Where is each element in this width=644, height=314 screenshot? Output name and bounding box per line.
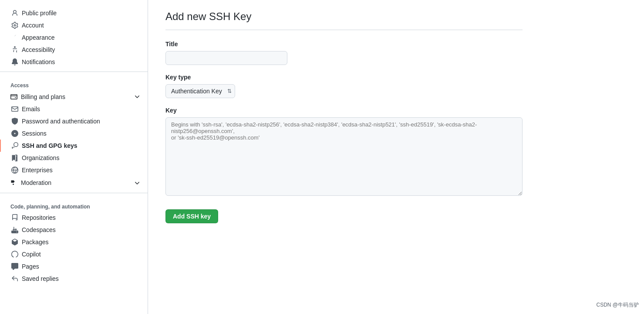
- pages-icon: [11, 263, 18, 270]
- chevron-icon: [134, 93, 141, 100]
- access-section-label: Access: [0, 75, 148, 90]
- sidebar-item-label: Packages: [22, 239, 48, 246]
- shield-icon: [11, 118, 18, 125]
- sidebar-item-copilot[interactable]: Copilot: [0, 248, 148, 260]
- sidebar-item-appearance[interactable]: Appearance: [0, 31, 148, 44]
- creditcard-icon: [10, 93, 17, 100]
- package-icon: [11, 239, 18, 246]
- sidebar-item-label: Notifications: [22, 58, 55, 65]
- repo-icon: [11, 214, 18, 221]
- sidebar-item-label: Sessions: [22, 130, 47, 137]
- sidebar-item-password[interactable]: Password and authentication: [0, 115, 148, 127]
- sidebar-item-label: Codespaces: [22, 226, 56, 233]
- sidebar-item-billing[interactable]: Billing and plans: [0, 90, 148, 103]
- key-group: Key: [165, 107, 523, 197]
- code-section-label: Code, planning, and automation: [0, 197, 148, 212]
- sidebar-item-codespaces[interactable]: Codespaces: [0, 224, 148, 236]
- sidebar-item-label: Account: [22, 22, 44, 29]
- sidebar-item-sessions[interactable]: Sessions: [0, 127, 148, 140]
- sidebar-item-saved-replies[interactable]: Saved replies: [0, 273, 148, 285]
- bell-icon: [11, 58, 18, 65]
- sidebar-item-label: Repositories: [22, 214, 56, 221]
- sidebar-item-label: Moderation: [21, 179, 51, 186]
- sidebar: Public profileAccountAppearanceAccessibi…: [0, 0, 148, 314]
- sidebar-item-moderation[interactable]: Moderation: [0, 176, 148, 189]
- sidebar-item-label: Password and authentication: [22, 118, 100, 125]
- person-icon: [11, 10, 18, 17]
- sidebar-item-label: Accessibility: [22, 46, 55, 53]
- main-content: Add new SSH Key Title Key type Authentic…: [148, 0, 540, 314]
- title-label: Title: [165, 41, 523, 48]
- key-textarea[interactable]: [165, 117, 523, 196]
- sidebar-item-repositories[interactable]: Repositories: [0, 212, 148, 224]
- key-type-select[interactable]: Authentication KeySigning Key: [165, 84, 235, 98]
- globe-icon: [11, 167, 18, 174]
- title-group: Title: [165, 41, 523, 65]
- report-icon: [10, 179, 17, 186]
- sidebar-item-notifications[interactable]: Notifications: [0, 56, 148, 68]
- sidebar-item-pages[interactable]: Pages: [0, 260, 148, 273]
- copilot-icon: [11, 251, 18, 258]
- key-type-select-wrapper: Authentication KeySigning Key ⇅: [165, 84, 235, 98]
- key-label: Key: [165, 107, 523, 114]
- sidebar-item-label: SSH and GPG keys: [22, 142, 78, 149]
- sidebar-item-public-profile[interactable]: Public profile: [0, 7, 148, 19]
- sidebar-item-label: Emails: [22, 106, 40, 113]
- sidebar-item-label: Pages: [22, 263, 39, 270]
- chevron-icon: [134, 179, 141, 186]
- paintbrush-icon: [11, 34, 18, 41]
- sidebar-item-packages[interactable]: Packages: [0, 236, 148, 248]
- sidebar-item-account[interactable]: Account: [0, 19, 148, 31]
- title-input[interactable]: [165, 51, 287, 65]
- reply-icon: [11, 275, 18, 282]
- accessibility-icon: [11, 46, 18, 53]
- key-type-label: Key type: [165, 74, 523, 81]
- sidebar-item-label: Billing and plans: [21, 93, 65, 100]
- key-icon: [11, 142, 18, 149]
- codespaces-icon: [11, 226, 18, 233]
- sidebar-item-label: Saved replies: [22, 275, 59, 282]
- sidebar-item-label: Enterprises: [22, 167, 53, 174]
- sidebar-item-emails[interactable]: Emails: [0, 103, 148, 115]
- sidebar-item-enterprises[interactable]: Enterprises: [0, 164, 148, 176]
- org-icon: [11, 154, 18, 161]
- watermark: CSDN @牛码当驴: [596, 301, 639, 309]
- sidebar-item-label: Copilot: [22, 251, 41, 258]
- sidebar-item-label: Organizations: [22, 154, 59, 161]
- key-type-group: Key type Authentication KeySigning Key ⇅: [165, 74, 523, 98]
- mail-icon: [11, 106, 18, 113]
- gear-icon: [11, 22, 18, 29]
- sidebar-item-accessibility[interactable]: Accessibility: [0, 44, 148, 56]
- sidebar-item-ssh-gpg[interactable]: SSH and GPG keys: [0, 140, 148, 152]
- sidebar-item-organizations[interactable]: Organizations: [0, 152, 148, 164]
- sidebar-item-label: Appearance: [22, 34, 55, 41]
- radio-icon: [11, 130, 18, 137]
- add-ssh-key-button[interactable]: Add SSH key: [165, 209, 218, 223]
- sidebar-item-label: Public profile: [22, 10, 57, 17]
- page-title: Add new SSH Key: [165, 10, 523, 23]
